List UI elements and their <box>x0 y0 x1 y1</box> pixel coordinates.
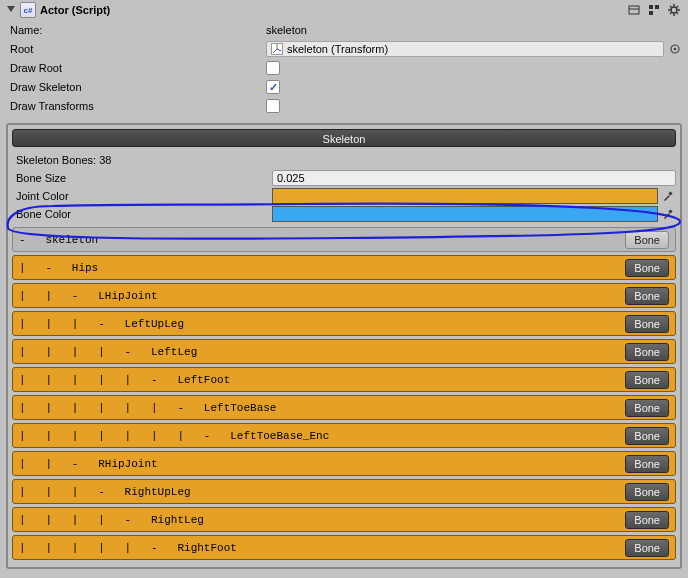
gear-icon[interactable] <box>666 2 682 18</box>
joint-color-field[interactable] <box>272 188 658 204</box>
foldout-toggle[interactable] <box>6 5 16 15</box>
eyedropper-icon[interactable] <box>660 188 676 204</box>
root-object-value: skeleton (Transform) <box>287 43 388 55</box>
eyedropper-icon[interactable] <box>660 206 676 222</box>
bone-button[interactable]: Bone <box>625 287 669 305</box>
bone-row[interactable]: | | - LHipJointBone <box>12 283 676 308</box>
bone-size-row: Bone Size <box>12 169 676 187</box>
bone-color-field[interactable] <box>272 206 658 222</box>
reference-icon[interactable] <box>626 2 642 18</box>
header-icons <box>626 2 682 18</box>
bone-row[interactable]: | | | - RightUpLegBone <box>12 479 676 504</box>
root-row: Root skeleton (Transform) <box>6 40 682 58</box>
draw-transforms-label: Draw Transforms <box>6 100 266 112</box>
bone-row[interactable]: | | | | | | | - LeftToeBase_EncBone <box>12 423 676 448</box>
bone-row-label: | | | | | | - LeftToeBase <box>19 402 619 414</box>
bone-row[interactable]: | | | | - RightLegBone <box>12 507 676 532</box>
bone-color-row: Bone Color <box>12 205 676 223</box>
svg-rect-4 <box>655 5 659 9</box>
draw-root-row: Draw Root <box>6 59 682 77</box>
bone-row-label: | | | | - LeftLeg <box>19 346 619 358</box>
bone-row-label: | | - RHipJoint <box>19 458 619 470</box>
svg-line-12 <box>677 13 678 14</box>
draw-root-checkbox[interactable] <box>266 61 280 75</box>
bone-button[interactable]: Bone <box>625 427 669 445</box>
svg-rect-21 <box>668 209 672 213</box>
bone-row-label: - skeleton <box>19 234 619 246</box>
bone-count-row: Skeleton Bones: 38 <box>12 151 676 169</box>
bone-button[interactable]: Bone <box>625 539 669 557</box>
skeleton-panel: Skeleton Skeleton Bones: 38 Bone Size Jo… <box>6 123 682 569</box>
draw-skeleton-checkbox[interactable] <box>266 80 280 94</box>
bone-button[interactable]: Bone <box>625 371 669 389</box>
bone-row[interactable]: | | | | | - LeftFootBone <box>12 367 676 392</box>
bone-button[interactable]: Bone <box>625 399 669 417</box>
bone-row[interactable]: | | | - LeftUpLegBone <box>12 311 676 336</box>
object-picker-icon[interactable] <box>668 42 682 56</box>
bone-row-label: | | | | | - RightFoot <box>19 542 619 554</box>
preset-icon[interactable] <box>646 2 662 18</box>
svg-line-17 <box>277 49 281 51</box>
svg-rect-3 <box>649 5 653 9</box>
bone-button[interactable]: Bone <box>625 259 669 277</box>
bone-row-label: | | | | | | | - LeftToeBase_Enc <box>19 430 619 442</box>
bone-size-label: Bone Size <box>12 172 272 184</box>
svg-line-15 <box>273 49 277 53</box>
bone-row[interactable]: | | - RHipJointBone <box>12 451 676 476</box>
bone-button[interactable]: Bone <box>625 483 669 501</box>
svg-rect-1 <box>629 6 639 14</box>
bone-row[interactable]: | | | | | | - LeftToeBaseBone <box>12 395 676 420</box>
bone-row-label: | - Hips <box>19 262 619 274</box>
skeleton-panel-title: Skeleton <box>12 129 676 147</box>
component-header: c# Actor (Script) <box>6 2 682 20</box>
bone-row-label: | | | | - RightLeg <box>19 514 619 526</box>
root-label: Root <box>6 43 266 55</box>
svg-line-14 <box>677 6 678 7</box>
bone-color-label: Bone Color <box>12 208 272 220</box>
svg-marker-0 <box>7 6 15 12</box>
draw-skeleton-row: Draw Skeleton <box>6 78 682 96</box>
bone-row[interactable]: - skeletonBone <box>12 227 676 252</box>
transform-icon <box>271 43 283 55</box>
root-object-field[interactable]: skeleton (Transform) <box>266 41 664 57</box>
bone-button[interactable]: Bone <box>625 455 669 473</box>
svg-line-13 <box>670 13 671 14</box>
bone-count-label: Skeleton Bones: 38 <box>12 154 272 166</box>
draw-skeleton-label: Draw Skeleton <box>6 81 266 93</box>
bone-button[interactable]: Bone <box>625 315 669 333</box>
component-title: Actor (Script) <box>40 4 622 16</box>
bone-size-input[interactable] <box>272 170 676 186</box>
bone-row[interactable]: | | | | | - RightFootBone <box>12 535 676 560</box>
bone-button[interactable]: Bone <box>625 231 669 249</box>
draw-transforms-checkbox[interactable] <box>266 99 280 113</box>
bone-row-label: | | | - LeftUpLeg <box>19 318 619 330</box>
bone-list: - skeletonBone| - HipsBone| | - LHipJoin… <box>12 227 676 560</box>
script-icon: c# <box>20 2 36 18</box>
name-label: Name: <box>6 24 266 36</box>
name-row: Name: skeleton <box>6 21 682 39</box>
bone-row[interactable]: | | | | - LeftLegBone <box>12 339 676 364</box>
name-value: skeleton <box>266 24 682 36</box>
svg-rect-20 <box>668 191 672 195</box>
svg-point-19 <box>674 48 677 51</box>
bone-row-label: | | | | | - LeftFoot <box>19 374 619 386</box>
bone-row-label: | | - LHipJoint <box>19 290 619 302</box>
svg-rect-5 <box>649 11 653 15</box>
draw-root-label: Draw Root <box>6 62 266 74</box>
actor-component: c# Actor (Script) Name: skeleton Root sk… <box>0 0 688 573</box>
svg-line-11 <box>670 6 671 7</box>
svg-point-6 <box>671 7 677 13</box>
joint-color-label: Joint Color <box>12 190 272 202</box>
draw-transforms-row: Draw Transforms <box>6 97 682 115</box>
joint-color-row: Joint Color <box>12 187 676 205</box>
bone-button[interactable]: Bone <box>625 343 669 361</box>
bone-button[interactable]: Bone <box>625 511 669 529</box>
bone-row-label: | | | - RightUpLeg <box>19 486 619 498</box>
bone-row[interactable]: | - HipsBone <box>12 255 676 280</box>
